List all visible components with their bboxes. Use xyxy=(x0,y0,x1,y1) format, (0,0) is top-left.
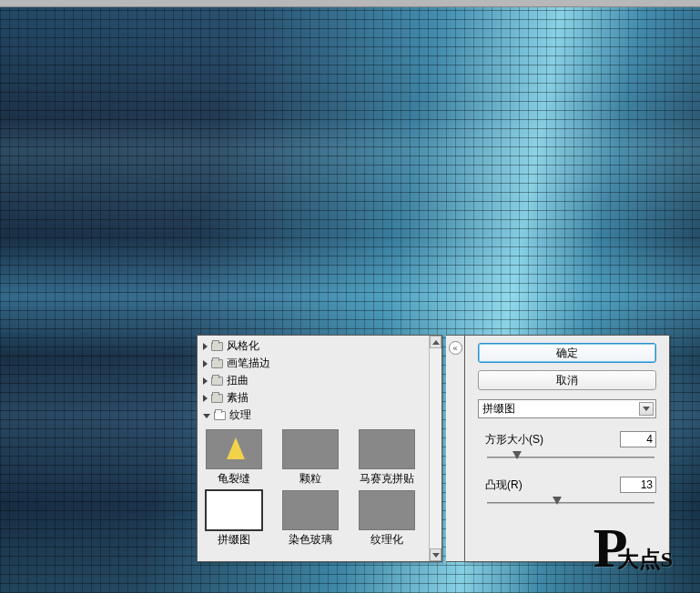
category-distort[interactable]: 扭曲 xyxy=(199,372,440,389)
category-stylize[interactable]: 风格化 xyxy=(199,337,440,355)
param-value-input[interactable]: 4 xyxy=(620,431,656,447)
folder-icon xyxy=(211,377,223,386)
scroll-up-button[interactable] xyxy=(430,336,441,348)
slider-knob[interactable] xyxy=(553,497,562,505)
thumb-label: 颗粒 xyxy=(299,471,321,487)
expand-icon xyxy=(203,395,208,402)
slider-track xyxy=(487,502,654,504)
gallery-scrollbar[interactable] xyxy=(429,336,441,561)
thumb-patchwork[interactable]: 拼缀图 xyxy=(201,490,267,548)
category-label: 素描 xyxy=(227,390,249,406)
thumb-label: 马赛克拼贴 xyxy=(360,471,414,487)
thumb-image xyxy=(282,490,339,530)
thumb-image xyxy=(206,429,262,469)
thumb-stained-glass[interactable]: 染色玻璃 xyxy=(278,490,343,548)
thumb-label: 纹理化 xyxy=(370,532,403,548)
folder-icon xyxy=(211,394,223,403)
thumb-texturizer[interactable]: 纹理化 xyxy=(354,490,420,548)
category-label: 扭曲 xyxy=(227,373,249,388)
folder-icon xyxy=(211,359,223,368)
thumb-label: 龟裂缝 xyxy=(218,471,250,487)
category-texture[interactable]: 纹理 xyxy=(199,407,440,424)
scroll-down-button[interactable] xyxy=(430,548,441,561)
filter-select[interactable]: 拼缀图 xyxy=(478,399,656,418)
category-label: 纹理 xyxy=(229,407,251,423)
thumb-image xyxy=(206,490,262,530)
expand-icon xyxy=(203,360,208,367)
category-label: 风格化 xyxy=(227,338,259,354)
param-relief: 凸现(R) 13 xyxy=(472,477,662,509)
panel-divider: « xyxy=(446,335,464,562)
expand-icon xyxy=(203,377,208,385)
param-label: 凸现(R) xyxy=(485,477,522,493)
filter-settings-panel: 确定 取消 拼缀图 方形大小(S) 4 凸现(R) 13 xyxy=(464,335,670,562)
category-label: 画笔描边 xyxy=(227,356,270,371)
arrow-down-icon xyxy=(432,553,440,558)
dropdown-arrow-icon xyxy=(639,402,654,416)
window-titlebar xyxy=(0,0,700,7)
thumb-label: 染色玻璃 xyxy=(289,532,332,548)
folder-icon xyxy=(211,342,223,351)
relief-slider[interactable] xyxy=(487,497,654,509)
square-size-slider[interactable] xyxy=(487,451,654,464)
thumb-image xyxy=(359,490,415,530)
button-label: 取消 xyxy=(556,374,578,387)
param-value-input[interactable]: 13 xyxy=(620,477,656,493)
select-value: 拼缀图 xyxy=(482,401,515,417)
expand-icon xyxy=(203,343,208,350)
button-label: 确定 xyxy=(556,347,578,359)
thumbnail-grid: 龟裂缝 颗粒 马赛克拼贴 拼缀图 染色玻璃 纹理化 xyxy=(199,424,440,559)
collapse-icon xyxy=(203,414,210,418)
category-sketch[interactable]: 素描 xyxy=(199,389,440,407)
thumb-image xyxy=(359,429,415,469)
filter-gallery-panel: 风格化 画笔描边 扭曲 素描 纹理 龟裂缝 颗粒 马赛克拼贴 xyxy=(197,335,442,562)
param-label: 方形大小(S) xyxy=(485,432,543,447)
category-brush-strokes[interactable]: 画笔描边 xyxy=(199,355,440,372)
collapse-button[interactable]: « xyxy=(449,341,462,355)
thumb-image xyxy=(282,429,339,469)
thumb-craquelure[interactable]: 龟裂缝 xyxy=(201,429,267,487)
arrow-up-icon xyxy=(432,340,440,345)
ok-button[interactable]: 确定 xyxy=(478,343,656,363)
collapse-glyph-icon: « xyxy=(452,344,457,353)
thumb-mosaic-tiles[interactable]: 马赛克拼贴 xyxy=(354,429,420,487)
slider-knob[interactable] xyxy=(512,451,522,459)
param-square-size: 方形大小(S) 4 xyxy=(472,431,662,464)
cancel-button[interactable]: 取消 xyxy=(478,370,656,390)
thumb-grain[interactable]: 颗粒 xyxy=(278,429,343,487)
thumb-label: 拼缀图 xyxy=(218,532,250,548)
folder-open-icon xyxy=(214,411,226,420)
